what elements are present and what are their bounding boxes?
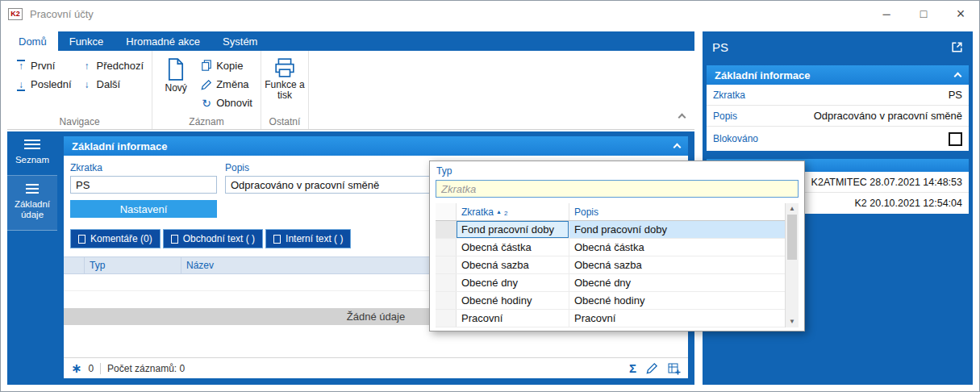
row-selector-cell (436, 256, 457, 273)
cell-popis: Fond pracovní doby (569, 221, 785, 238)
ribbon-tab-hromadne-akce[interactable]: Hromadné akce (115, 31, 211, 51)
blokovano-checkbox[interactable] (949, 132, 962, 146)
maximize-button[interactable]: □ (905, 1, 942, 27)
preview-section-title: Základní informace (715, 69, 810, 81)
tab-komentare[interactable]: Komentáře (0) (70, 229, 161, 248)
refresh-record-label: Obnovit (216, 97, 252, 109)
preview-zkratka-label: Zkratka (713, 90, 745, 101)
row-selector-column (436, 203, 457, 220)
marked-records-icon[interactable]: ∗ (71, 362, 81, 375)
row-selector-column (64, 257, 85, 273)
preview-zkratka-value: PS (949, 89, 962, 101)
popout-button[interactable] (951, 41, 963, 53)
popis-input[interactable] (225, 176, 432, 194)
section-title: Základní informace (72, 140, 167, 152)
preview-section-header[interactable]: Základní informace (707, 65, 969, 85)
collapse-chevron-icon[interactable] (674, 140, 680, 152)
dropdown-row[interactable]: Pracovní Pracovní (436, 310, 785, 327)
close-button[interactable]: × (942, 1, 979, 27)
popis-label: Popis (225, 162, 432, 173)
new-record-button[interactable]: Nový (156, 56, 196, 94)
column-header-zkratka[interactable]: Zkratka ▲ 2 (457, 203, 569, 220)
sidebar-item-seznam[interactable]: Seznam (7, 131, 57, 176)
refresh-record-button[interactable]: ↻ Obnovit (196, 94, 257, 112)
collapse-chevron-icon[interactable] (955, 69, 961, 81)
popup-title: Typ (436, 164, 799, 180)
cell-zkratka: Obecné hodiny (457, 292, 569, 309)
dropdown-row[interactable]: Obecná sazba Obecná sazba (436, 256, 785, 274)
minimize-button[interactable]: ─ (868, 1, 905, 27)
status-separator (100, 363, 101, 374)
section-header-zakladni-informace[interactable]: Základní informace (64, 136, 688, 156)
sidebar-item-zakladni-udaje[interactable]: Základní údaje (7, 176, 57, 231)
add-record-grid-button[interactable] (668, 362, 681, 375)
column-label: Zkratka (461, 206, 494, 218)
lookup-table: Zkratka ▲ 2 Popis Fond pracovní doby Fon… (436, 203, 799, 327)
last-record-button[interactable]: ↓ Poslední (10, 75, 77, 94)
dropdown-row[interactable]: Obecná částka Obecná částka (436, 239, 785, 256)
dropdown-row[interactable]: Fond pracovní doby Fond pracovní doby (436, 221, 785, 239)
next-record-button[interactable]: ↓ Další (77, 75, 149, 94)
app-window: K2 Pracovní účty ─ □ × Domů Funkce Hroma… (0, 0, 980, 392)
title-bar: K2 Pracovní účty ─ □ × (1, 1, 979, 27)
scroll-up-icon[interactable]: ▲ (786, 204, 799, 214)
scroll-down-icon[interactable]: ▼ (786, 317, 799, 327)
ribbon-group-ostatni: Funkce a tisk Ostatní (261, 51, 309, 129)
tab-obchodni-text[interactable]: Obchodní text ( ) (163, 229, 263, 248)
lookup-search-input[interactable] (436, 180, 799, 198)
sort-order-number: 2 (504, 210, 507, 217)
column-label: Popis (574, 206, 598, 218)
marked-records-count: 0 (88, 363, 94, 374)
preview-row-zkratka: Zkratka PS (707, 85, 969, 106)
previous-record-button[interactable]: ↑ Předchozí (77, 56, 149, 75)
settings-button[interactable]: Nastavení (70, 200, 217, 218)
pencil-icon (201, 79, 212, 90)
copy-record-label: Kopie (216, 60, 243, 72)
close-icon: × (957, 6, 965, 23)
lookup-table-header: Zkratka ▲ 2 Popis (436, 203, 785, 221)
column-header-popis[interactable]: Popis (569, 203, 785, 220)
dropdown-row[interactable]: Obecné hodiny Obecné hodiny (436, 292, 785, 310)
ribbon-collapse-button[interactable] (679, 111, 685, 123)
chevron-up-icon (678, 114, 686, 122)
ribbon-tab-funkce[interactable]: Funkce (58, 31, 115, 51)
edit-button[interactable] (646, 362, 658, 374)
ribbon-tab-domu[interactable]: Domů (7, 31, 58, 51)
row-selector-cell (436, 274, 457, 291)
cell-popis: Pracovní (569, 310, 785, 327)
ribbon-tab-system[interactable]: Systém (211, 31, 269, 51)
copy-record-button[interactable]: Kopie (196, 56, 257, 75)
preview-blokovano-label: Blokováno (713, 133, 758, 144)
window-title: Pracovní účty (30, 8, 94, 20)
change-record-button[interactable]: Změna (196, 75, 257, 94)
records-count-label: Počet záznamů: 0 (107, 363, 185, 374)
cell-popis: Obecné hodiny (569, 292, 785, 309)
change-record-label: Změna (216, 78, 248, 90)
column-header-typ[interactable]: Typ (85, 257, 181, 273)
cell-popis: Obecné dny (569, 274, 785, 291)
scrollbar[interactable]: ▲ ▼ (785, 203, 799, 327)
zkratka-label: Zkratka (70, 162, 217, 173)
function-print-button[interactable]: Funkce a tisk (265, 56, 305, 101)
maximize-icon: □ (920, 7, 927, 20)
first-record-button[interactable]: ↑ První (10, 56, 77, 75)
window-controls: ─ □ × (868, 1, 979, 27)
cell-popis: Obecná sazba (569, 256, 785, 273)
tab-interni-text[interactable]: Interní text ( ) (265, 229, 351, 248)
cell-zkratka: Obecná sazba (457, 256, 569, 273)
zkratka-input[interactable] (70, 176, 217, 194)
document-icon (273, 235, 281, 244)
row-selector-cell (436, 221, 457, 238)
cell-zkratka: Obecné dny (457, 274, 569, 291)
refresh-icon: ↻ (201, 97, 212, 110)
status-bar: ∗ 0 Počet záznamů: 0 Σ (64, 357, 688, 378)
dropdown-row[interactable]: Obecné dny Obecné dny (436, 274, 785, 292)
tab-label: Obchodní text ( ) (183, 233, 255, 244)
document-icon (171, 235, 178, 244)
sum-button[interactable]: Σ (629, 361, 636, 375)
scrollbar-thumb[interactable] (787, 215, 797, 260)
sidebar-item-label: Seznam (15, 155, 49, 165)
ribbon-tab-bar: Domů Funkce Hromadné akce Systém (7, 31, 694, 51)
sort-ascending-icon: ▲ (496, 209, 502, 215)
left-sidebar: Seznam Základní údaje (7, 131, 57, 385)
